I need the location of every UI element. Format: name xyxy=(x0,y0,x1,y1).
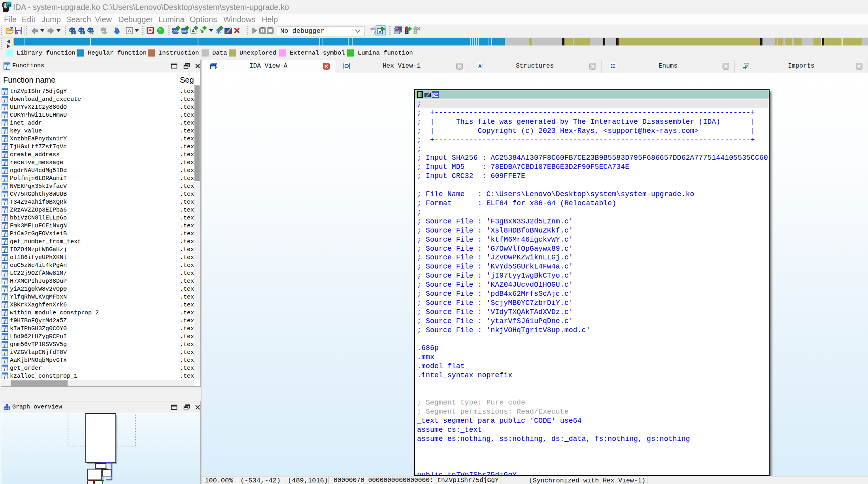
svg-text:101: 101 xyxy=(89,31,94,34)
svg-text:'s: 's xyxy=(200,28,204,34)
svg-text:#: # xyxy=(73,31,75,34)
svg-text:DATA: DATA xyxy=(181,30,188,33)
svg-text:A: A xyxy=(128,28,132,34)
svg-text:c: c xyxy=(379,29,381,34)
svg-text:A: A xyxy=(192,28,195,33)
svg-text:T: T xyxy=(82,31,84,34)
svg-text:CODE: CODE xyxy=(172,30,179,33)
